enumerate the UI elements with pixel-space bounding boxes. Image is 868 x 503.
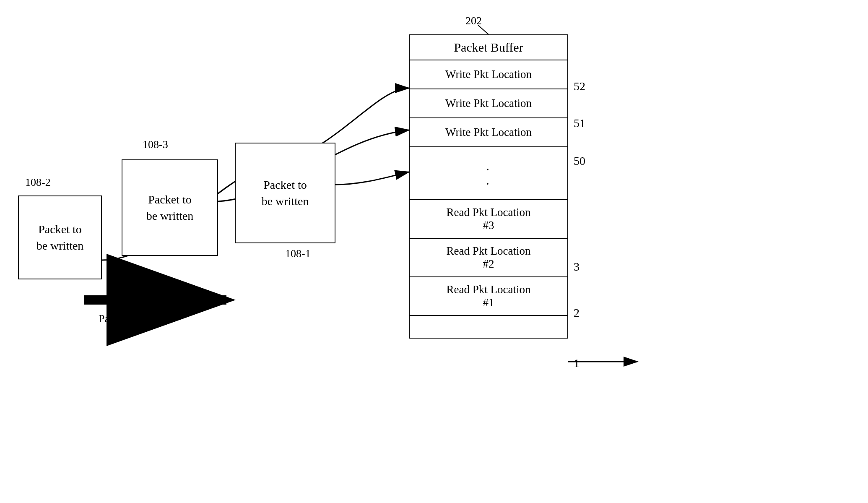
buffer-cell-51: Write Pkt Location <box>409 89 568 118</box>
row-number-51: 51 <box>574 117 585 130</box>
buffer-cell-2: Read Pkt Location#2 <box>409 238 568 277</box>
buffer-row-2: Read Pkt Location#2 <box>409 238 568 277</box>
buffer-cell-50: Write Pkt Location <box>409 118 568 147</box>
label-108-3: 108-3 <box>143 138 168 151</box>
buffer-cell-3: Read Pkt Location#3 <box>409 200 568 238</box>
label-108-1: 108-1 <box>285 248 311 260</box>
buffer-row-1: Read Pkt Location#1 <box>409 277 568 315</box>
arrow-packet1-to-row50 <box>335 172 409 185</box>
buffer-table: Packet Buffer Write Pkt Location Write P… <box>409 34 568 339</box>
row-number-2: 2 <box>574 306 580 320</box>
buffer-title: Packet Buffer <box>409 35 568 60</box>
label-108-2: 108-2 <box>25 176 51 189</box>
buffer-header-row: Packet Buffer <box>409 35 568 60</box>
row-number-3: 3 <box>574 260 580 274</box>
buffer-id-label: 202 <box>465 15 482 27</box>
row-number-50: 50 <box>574 154 585 168</box>
buffer-row-dots: .. <box>409 147 568 200</box>
diagram-container: 202 Packet tobe written 108-2 Packet tob… <box>0 0 868 503</box>
packet-arrival-label: Packet Arrival <box>99 313 161 325</box>
buffer-row-52: Write Pkt Location <box>409 60 568 89</box>
buffer-cell-dots: .. <box>409 147 568 200</box>
packet-box-108-3: Packet tobe written <box>122 159 218 256</box>
buffer-cell-52: Write Pkt Location <box>409 60 568 89</box>
packet-box-108-1: Packet tobe written <box>235 143 335 243</box>
buffer-row-50: Write Pkt Location <box>409 118 568 147</box>
buffer-row-bottom <box>409 315 568 338</box>
buffer-row-3: Read Pkt Location#3 <box>409 200 568 238</box>
buffer-cell-1: Read Pkt Location#1 <box>409 277 568 315</box>
buffer-cell-bottom <box>409 315 568 338</box>
packet-box-108-2: Packet tobe written <box>18 195 102 279</box>
row-number-52: 52 <box>574 80 585 93</box>
buffer-row-51: Write Pkt Location <box>409 89 568 118</box>
row-number-1: 1 <box>574 357 580 370</box>
